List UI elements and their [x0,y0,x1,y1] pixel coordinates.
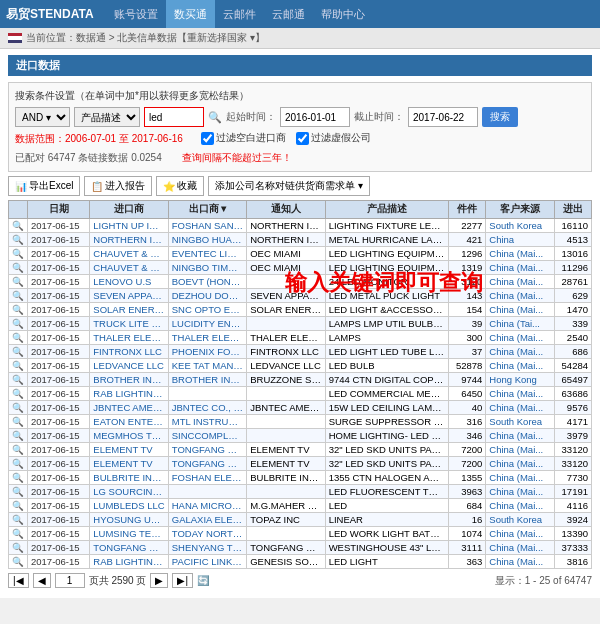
search-icon-cell[interactable]: 🔍 [9,429,28,443]
cell-source[interactable]: China (Mai... [486,345,554,359]
col-exporter[interactable]: 出口商 ▾ [168,201,246,219]
search-icon-cell[interactable]: 🔍 [9,331,28,345]
search-icon-cell[interactable]: 🔍 [9,317,28,331]
cell-importer[interactable]: LEDVANCE LLC [90,359,168,373]
cell-exporter[interactable] [168,485,246,499]
col-qty[interactable]: 件件 [448,201,485,219]
cell-exporter[interactable]: FOSHAN SANSH... [168,219,246,233]
cell-exporter[interactable]: TONGFANG GLO... [168,443,246,457]
cell-importer[interactable]: NORTHERN INTE... [90,233,168,247]
search-icon-cell[interactable]: 🔍 [9,485,28,499]
search-icon-cell[interactable]: 🔍 [9,345,28,359]
cell-source[interactable]: China (Mai... [486,303,554,317]
search-icon-cell[interactable]: 🔍 [9,359,28,373]
search-icon-cell[interactable]: 🔍 [9,219,28,233]
search-icon-cell[interactable]: 🔍 [9,499,28,513]
search-icon-cell[interactable]: 🔍 [9,233,28,247]
search-icon-cell[interactable]: 🔍 [9,443,28,457]
cell-importer[interactable]: LENOVO U.S [90,275,168,289]
and-select[interactable]: AND ▾ [15,107,70,127]
col-importer[interactable]: 进口商 [90,201,168,219]
refresh-icon[interactable]: 🔄 [197,575,209,586]
cell-importer[interactable]: HYOSUNG USA I... [90,513,168,527]
cell-exporter[interactable]: KEE TAT MANUF... [168,359,246,373]
cell-source[interactable]: South Korea [486,415,554,429]
cell-importer[interactable]: CHAUVET & SON... [90,261,168,275]
cell-source[interactable]: South Korea [486,513,554,527]
first-page-button[interactable]: |◀ [8,573,29,588]
cell-importer[interactable]: BROTHER INTER... [90,373,168,387]
search-icon-cell[interactable]: 🔍 [9,387,28,401]
nav-help[interactable]: 帮助中心 [313,0,373,28]
cell-source[interactable]: China (Mai... [486,471,554,485]
cell-exporter[interactable]: TONGFANG GLO... [168,457,246,471]
cell-importer[interactable]: TONGFANG GLO... [90,541,168,555]
cell-source[interactable]: China (Mai... [486,275,554,289]
cell-exporter[interactable]: PACIFIC LINK IN... [168,555,246,569]
end-date-input[interactable] [408,107,478,127]
search-icon-cell[interactable]: 🔍 [9,527,28,541]
cell-exporter[interactable]: PHOENIX FOREIG... [168,345,246,359]
search-icon-cell[interactable]: 🔍 [9,303,28,317]
cell-exporter[interactable]: BROTHER INDUS... [168,373,246,387]
cell-source[interactable]: China (Mai... [486,247,554,261]
cell-exporter[interactable]: NINGBO HUAMA... [168,233,246,247]
cell-importer[interactable]: RAB LIGHTING I... [90,555,168,569]
checkbox-fake-company[interactable]: 过滤虚假公司 [296,131,371,145]
cell-importer[interactable]: FINTRONX LLC [90,345,168,359]
cell-source[interactable]: South Korea [486,219,554,233]
cell-importer[interactable]: BULBRITE INDUS... [90,471,168,485]
cell-importer[interactable]: EATON ENTERPR... [90,415,168,429]
cell-exporter[interactable] [168,387,246,401]
nav-mail[interactable]: 云邮件 [215,0,264,28]
collect-button[interactable]: ⭐ 收藏 [156,176,204,196]
import-report-button[interactable]: 📋 进入报告 [84,176,152,196]
cell-exporter[interactable]: MTL INSTRUMEN... [168,415,246,429]
cell-exporter[interactable]: SNC OPTO ELEC... [168,303,246,317]
add-company-button[interactable]: 添加公司名称对链供货商需求单 ▾ [208,176,370,196]
cell-source[interactable]: China (Mai... [486,485,554,499]
search-icon-cell[interactable]: 🔍 [9,373,28,387]
nav-account[interactable]: 账号设置 [106,0,166,28]
cell-importer[interactable]: SOLAR ENERGY ... [90,303,168,317]
cell-source[interactable]: China (Mai... [486,527,554,541]
cell-source[interactable]: China (Mai... [486,331,554,345]
cell-importer[interactable]: LIGHTN UP INC. [90,219,168,233]
start-date-input[interactable] [280,107,350,127]
cell-exporter[interactable]: HANA MICROELE... [168,499,246,513]
search-icon-cell[interactable]: 🔍 [9,555,28,569]
cell-exporter[interactable]: FOSHAN ELECTR... [168,471,246,485]
cell-source[interactable]: China (Mai... [486,261,554,275]
cell-source[interactable]: China (Mai... [486,541,554,555]
checkbox-empty-importer[interactable]: 过滤空白进口商 [201,131,286,145]
cell-importer[interactable]: LUMBLEDS LLC [90,499,168,513]
cell-source[interactable]: China (Tai... [486,317,554,331]
prev-page-button[interactable]: ◀ [33,573,51,588]
cell-source[interactable]: China (Mai... [486,443,554,457]
cell-source[interactable]: China (Mai... [486,387,554,401]
nav-cloud[interactable]: 云邮通 [264,0,313,28]
col-source[interactable]: 客户来源 [486,201,554,219]
cell-exporter[interactable]: SHENYANG TON... [168,541,246,555]
cell-exporter[interactable]: NINGBO TIMBER... [168,261,246,275]
cell-importer[interactable]: RAB LIGHTING INC [90,387,168,401]
search-icon-cell[interactable]: 🔍 [9,289,28,303]
search-icon-cell[interactable]: 🔍 [9,401,28,415]
cell-importer[interactable]: LUMSING TECHI... [90,527,168,541]
cell-source[interactable]: Hong Kong [486,373,554,387]
search-icon-cell[interactable]: 🔍 [9,275,28,289]
search-icon-cell[interactable]: 🔍 [9,261,28,275]
cell-importer[interactable]: CHAUVET & SON... [90,247,168,261]
cell-exporter[interactable]: SINCCOMPLEX LTD [168,429,246,443]
col-date[interactable]: 日期 [28,201,90,219]
cell-importer[interactable]: THALER ELECTRIC [90,331,168,345]
cell-importer[interactable]: SEVEN APPAREL [90,289,168,303]
cell-source[interactable]: China (Mai... [486,499,554,513]
cell-exporter[interactable]: DEZHOU DODO ... [168,289,246,303]
search-icon-cell[interactable]: 🔍 [9,541,28,555]
cell-exporter[interactable]: THALER ELECTRI... [168,331,246,345]
cell-importer[interactable]: ELEMENT TV [90,457,168,471]
cell-source[interactable]: China [486,233,554,247]
last-page-button[interactable]: ▶| [172,573,193,588]
cell-source[interactable]: China (Mai... [486,457,554,471]
